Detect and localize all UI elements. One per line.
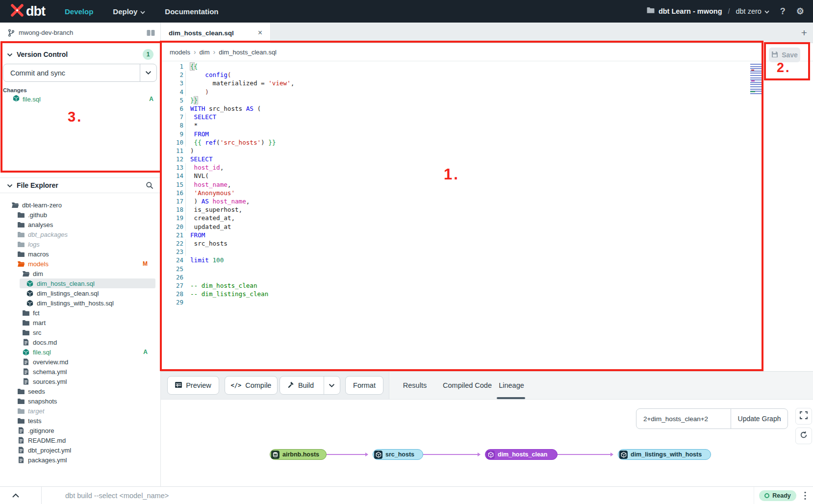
tree-item-file-sql[interactable]: file.sqlA <box>0 347 160 357</box>
tree-item-models[interactable]: modelsM <box>0 259 160 269</box>
tree-item-dim-hosts-clean-sql[interactable]: dim_hosts_clean.sql <box>0 278 160 288</box>
version-control-header[interactable]: Version Control 1 <box>0 47 160 62</box>
tab-results[interactable]: Results <box>400 381 430 389</box>
tree-item-logs[interactable]: logs <box>0 239 160 249</box>
branch-name[interactable]: mwong-dev-branch <box>19 29 73 36</box>
reset-view-button[interactable] <box>795 428 812 444</box>
tree-item-docs-md[interactable]: docs.md <box>0 337 160 347</box>
code-line-26[interactable]: 26 <box>161 273 813 281</box>
tree-item-fct[interactable]: fct <box>0 308 160 318</box>
tree-item-dbt-learn-zero[interactable]: dbt-learn-zero <box>0 200 160 210</box>
gear-icon[interactable]: ⚙ <box>796 6 804 17</box>
docs-book-icon[interactable] <box>146 29 155 36</box>
lineage-node-src-hosts[interactable]: src_hosts <box>373 449 423 460</box>
code-line-4[interactable]: 4 ) <box>161 88 813 96</box>
tree-item-dbt-packages[interactable]: dbt_packages <box>0 229 160 239</box>
code-line-7[interactable]: 7 SELECT <box>161 113 813 121</box>
minimap[interactable] <box>750 64 763 95</box>
commit-and-sync-button[interactable]: Commit and sync <box>3 64 157 82</box>
chevron-up-icon[interactable] <box>12 493 20 498</box>
tree-item-tests[interactable]: tests <box>0 416 160 426</box>
new-tab-button[interactable]: + <box>801 23 807 43</box>
lineage-node-dim-hosts-clean[interactable]: dim_hosts_clean <box>485 449 558 460</box>
code-line-10[interactable]: 10 {{ ref('src_hosts') }} <box>161 138 813 147</box>
tree-item-dbt-project-yml[interactable]: dbt_project.yml <box>0 445 160 455</box>
tab-lineage[interactable]: Lineage <box>498 381 525 389</box>
commit-options-caret[interactable] <box>140 64 156 81</box>
file-explorer-header[interactable]: File Explorer <box>0 177 160 193</box>
tree-item-dim[interactable]: dim <box>0 269 160 278</box>
code-line-1[interactable]: 1{{ <box>161 62 813 71</box>
nav-develop[interactable]: Develop <box>65 7 93 16</box>
code-line-25[interactable]: 25 <box>161 265 813 273</box>
breadcrumb-file[interactable]: dim_hosts_clean.sql <box>219 49 277 56</box>
code-line-29[interactable]: 29 <box>161 298 813 306</box>
project-name[interactable]: dbt Learn - mwong <box>659 7 722 15</box>
tree-item-schema-yml[interactable]: schema.yml <box>0 367 160 377</box>
code-line-11[interactable]: 11) <box>161 147 813 155</box>
code-line-20[interactable]: 20 updated_at <box>161 223 813 231</box>
breadcrumb-models[interactable]: models <box>170 49 190 56</box>
breadcrumb-dim[interactable]: dim <box>200 49 210 56</box>
nav-documentation[interactable]: Documentation <box>165 7 218 16</box>
code-line-24[interactable]: 24limit 100 <box>161 256 813 264</box>
save-button[interactable]: Save <box>769 48 800 62</box>
code-line-8[interactable]: 8 * <box>161 121 813 129</box>
close-icon[interactable]: × <box>258 28 262 37</box>
code-line-19[interactable]: 19 created_at, <box>161 214 813 222</box>
code-line-18[interactable]: 18 is_superhost, <box>161 205 813 214</box>
help-icon[interactable]: ? <box>780 6 786 17</box>
code-line-2[interactable]: 2 config( <box>161 71 813 79</box>
code-line-22[interactable]: 22 src_hosts <box>161 239 813 248</box>
command-input[interactable]: dbt build --select <model_name> <box>65 492 169 500</box>
dbt-logo[interactable]: dbt <box>10 3 45 20</box>
lineage-node-airbnb-hosts[interactable]: airbnb.hosts <box>270 449 327 460</box>
changed-file-row[interactable]: file.sql A <box>0 94 160 104</box>
lineage-selector-input[interactable]: 2+dim_hosts_clean+2 <box>636 409 731 428</box>
tree-item-dim-listings-with-hosts-sql[interactable]: dim_listings_with_hosts.sql <box>0 298 160 308</box>
tree-item-analyses[interactable]: analyses <box>0 220 160 229</box>
tree-item-packages-yml[interactable]: packages.yml <box>0 455 160 465</box>
code-line-21[interactable]: 21FROM <box>161 231 813 239</box>
tree-item-overview-md[interactable]: overview.md <box>0 357 160 367</box>
tree-item-src[interactable]: src <box>0 328 160 337</box>
environment-selector[interactable]: dbt zero <box>736 7 769 15</box>
tree-item--github[interactable]: .github <box>0 210 160 220</box>
tab-compiled-code[interactable]: Compiled Code <box>440 381 494 389</box>
code-line-6[interactable]: 6WITH src_hosts AS ( <box>161 104 813 113</box>
code-line-13[interactable]: 13 host_id, <box>161 163 813 172</box>
preview-button[interactable]: Preview <box>167 376 219 395</box>
tree-item-seeds[interactable]: seeds <box>0 386 160 396</box>
code-line-12[interactable]: 12SELECT <box>161 155 813 163</box>
build-options-caret[interactable] <box>324 377 339 394</box>
code-line-9[interactable]: 9 FROM <box>161 130 813 138</box>
fullscreen-button[interactable] <box>795 408 812 425</box>
tab-dim-hosts-clean[interactable]: dim_hosts_clean.sql × <box>161 23 271 43</box>
nav-deploy[interactable]: Deploy <box>113 7 145 16</box>
code-line-27[interactable]: 27-- dim_hosts_clean <box>161 281 813 290</box>
tree-item-sources-yml[interactable]: sources.yml <box>0 377 160 386</box>
code-line-14[interactable]: 14 NVL( <box>161 172 813 180</box>
lineage-node-dim-listings-with-hosts[interactable]: dim_listings_with_hosts <box>618 449 711 460</box>
tree-item--gitignore[interactable]: .gitignore <box>0 426 160 435</box>
tree-item-macros[interactable]: macros <box>0 249 160 259</box>
tree-item-dim-listings-clean-sql[interactable]: dim_listings_clean.sql <box>0 288 160 298</box>
code-line-5[interactable]: 5}} <box>161 96 813 104</box>
code-line-28[interactable]: 28-- dim_listings_clean <box>161 290 813 298</box>
code-area[interactable]: 1{{2 config(3 materialized = 'view',4 )5… <box>161 62 813 306</box>
build-button[interactable]: Build <box>279 376 340 395</box>
code-line-23[interactable]: 23 <box>161 248 813 256</box>
search-icon[interactable] <box>146 181 153 189</box>
code-line-15[interactable]: 15 host_name, <box>161 180 813 189</box>
code-line-16[interactable]: 16 'Anonymous' <box>161 189 813 197</box>
code-line-3[interactable]: 3 materialized = 'view', <box>161 79 813 87</box>
compile-button[interactable]: </> Compile <box>225 376 278 395</box>
tree-item-target[interactable]: target <box>0 406 160 416</box>
kebab-menu-icon[interactable] <box>804 491 806 500</box>
tree-item-readme-md[interactable]: README.md <box>0 435 160 445</box>
tree-item-snapshots[interactable]: snapshots <box>0 396 160 406</box>
update-graph-button[interactable]: Update Graph <box>731 409 788 428</box>
tree-item-mart[interactable]: mart <box>0 318 160 328</box>
code-line-17[interactable]: 17 ) AS host_name, <box>161 197 813 205</box>
format-button[interactable]: Format <box>345 376 383 395</box>
